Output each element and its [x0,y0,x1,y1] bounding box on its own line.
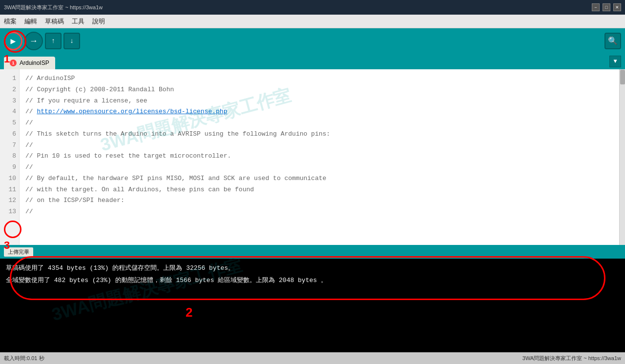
console-area: 3WA問題解決專家工作室 草稿碼使用了 4354 bytes (13%) 的程式… [0,259,625,352]
menu-file[interactable]: 檔案 [4,17,17,26]
window-controls: − □ ✕ [592,3,621,11]
menu-help[interactable]: 說明 [92,17,105,26]
tab-label: ArduinoISP [20,60,49,66]
upload-button[interactable]: ▶ [4,32,22,50]
upload2-button[interactable]: → [24,32,43,50]
line-numbers: 12345 678910 111213 [0,69,20,245]
menu-bar: 檔案 編輯 草稿碼 工具 說明 [0,15,625,28]
code-area: // ArduinoISP // Copyright (c) 2008-2011… [20,69,619,245]
upload-status-bar: 上傳完畢 [0,245,625,259]
maximize-button[interactable]: □ [603,3,610,11]
bottom-bar: 載入時間:0.01 秒 3WA問題解決專家工作室 ~ https://3wa1w [0,352,625,364]
load-time: 載入時間:0.01 秒 [4,355,44,362]
license-link[interactable]: http://www.opensource.org/licenses/bsd-l… [37,108,227,115]
console-line1: 草稿碼使用了 4354 bytes (13%) 的程式儲存空間。上限為 3225… [6,263,619,275]
menu-sketch[interactable]: 草稿碼 [45,17,64,26]
new-button[interactable]: ↑ [45,33,62,49]
tab-bar: 1 ArduinoISP ▼ [0,54,625,69]
tab-num: 1 [10,60,17,66]
close-button[interactable]: ✕ [613,3,621,11]
tab-arduinoisp[interactable]: 1 ArduinoISP [4,57,55,69]
menu-tools[interactable]: 工具 [72,17,84,26]
toolbar: ▶ → ↑ ↓ 🔍 [0,28,625,54]
console-line2: 全域變數使用了 482 bytes (23%) 的動態記憶體，剩餘 1566 b… [6,275,619,287]
upload-badge: 上傳完畢 [4,247,33,257]
search-button[interactable]: 🔍 [604,33,621,49]
scrollbar-vertical[interactable] [619,69,625,245]
editor-area: 3WA問題解決專家工作室 12345 678910 111213 // Ardu… [0,69,625,245]
window-title: 3WA問題解決專家工作室 ~ https://3wa1w [4,4,103,11]
main-content: 3WA問題解決專家工作室 12345 678910 111213 // Ardu… [0,69,625,352]
menu-edit[interactable]: 編輯 [24,17,37,26]
bottom-right-text: 3WA問題解決專家工作室 ~ https://3wa1w [522,355,621,362]
minimize-button[interactable]: − [592,3,600,11]
tab-dropdown-button[interactable]: ▼ [609,56,621,67]
tab-dropdown-area: ▼ [609,56,621,67]
title-bar: 3WA問題解決專家工作室 ~ https://3wa1w − □ ✕ [0,0,625,15]
scrollbar-thumb[interactable] [620,70,625,84]
watermark-console: 3WA問題解決專家工作室 [48,248,246,331]
open-button[interactable]: ↓ [63,33,80,49]
